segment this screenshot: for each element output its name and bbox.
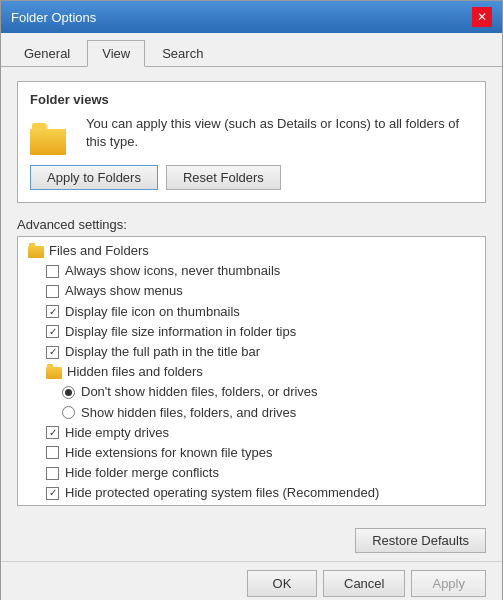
folder-views-description: You can apply this view (such as Details… [86,115,473,151]
tree-scroll[interactable]: Files and Folders Always show icons, nev… [18,237,485,505]
checkbox-hide-extensions[interactable] [46,446,59,459]
folder-views-section: Folder views You can apply this view (su… [17,81,486,203]
checkbox-file-size-info[interactable] [46,325,59,338]
category-hidden-files: Hidden files and folders [18,362,485,382]
folder-views-label: Folder views [30,92,473,107]
tab-general[interactable]: General [9,40,85,67]
window-title: Folder Options [11,10,96,25]
checkbox-hide-protected-os[interactable] [46,487,59,500]
folder-icon-hidden [46,367,62,379]
tabs-bar: General View Search [1,33,502,67]
checkbox-hide-empty-drives[interactable] [46,426,59,439]
reset-folders-button[interactable]: Reset Folders [166,165,281,190]
folder-icon-files [28,246,44,258]
main-content: Folder views You can apply this view (su… [1,67,502,524]
apply-button[interactable]: Apply [411,570,486,597]
folder-options-window: Folder Options ✕ General View Search Fol… [0,0,503,600]
checkbox-file-icon-thumbnails[interactable] [46,305,59,318]
restore-section: Restore Defaults [1,524,502,561]
folders-icon [30,117,74,155]
advanced-section: Advanced settings: Files and Folders Alw… [17,217,486,506]
list-item-full-path[interactable]: Display the full path in the title bar [18,342,485,362]
list-item-show-hidden[interactable]: Show hidden files, folders, and drives [18,403,485,423]
list-item-hide-protected-os[interactable]: Hide protected operating system files (R… [18,483,485,503]
apply-to-folders-button[interactable]: Apply to Folders [30,165,158,190]
cancel-button[interactable]: Cancel [323,570,405,597]
restore-defaults-button[interactable]: Restore Defaults [355,528,486,553]
list-item-hide-merge-conflicts[interactable]: Hide folder merge conflicts [18,463,485,483]
dialog-buttons: OK Cancel Apply [1,561,502,600]
close-button[interactable]: ✕ [472,7,492,27]
tree-container: Files and Folders Always show icons, nev… [17,236,486,506]
checkbox-hide-merge-conflicts[interactable] [46,467,59,480]
checkbox-always-icons[interactable] [46,265,59,278]
list-item-always-icons[interactable]: Always show icons, never thumbnails [18,261,485,281]
checkbox-always-menus[interactable] [46,285,59,298]
folder-views-buttons: Apply to Folders Reset Folders [30,165,473,190]
list-item-file-icon-thumbnails[interactable]: Display file icon on thumbnails [18,302,485,322]
folder-icon-front [30,129,66,155]
folder-views-inner: You can apply this view (such as Details… [30,115,473,155]
list-item-dont-show-hidden[interactable]: Don't show hidden files, folders, or dri… [18,382,485,402]
ok-button[interactable]: OK [247,570,317,597]
radio-show-hidden[interactable] [62,406,75,419]
title-bar: Folder Options ✕ [1,1,502,33]
list-item-hide-empty-drives[interactable]: Hide empty drives [18,423,485,443]
category-files-and-folders: Files and Folders [18,241,485,261]
radio-dont-show-hidden[interactable] [62,386,75,399]
list-item-always-menus[interactable]: Always show menus [18,281,485,301]
tab-search[interactable]: Search [147,40,218,67]
list-item-file-size-info[interactable]: Display file size information in folder … [18,322,485,342]
checkbox-full-path[interactable] [46,346,59,359]
advanced-label: Advanced settings: [17,217,486,232]
tab-view[interactable]: View [87,40,145,67]
list-item-hide-extensions[interactable]: Hide extensions for known file types [18,443,485,463]
